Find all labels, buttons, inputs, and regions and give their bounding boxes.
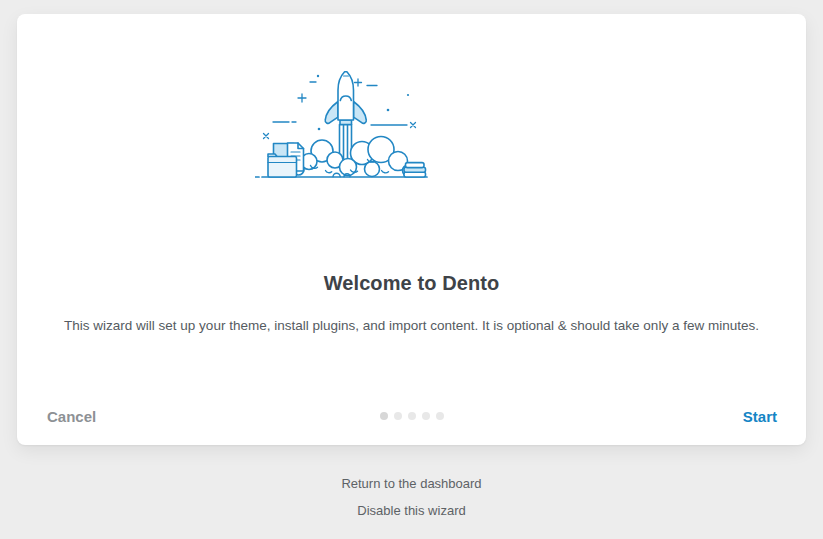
disable-wizard-link[interactable]: Disable this wizard bbox=[357, 503, 465, 518]
wizard-description: This wizard will set up your theme, inst… bbox=[17, 318, 806, 333]
coin-stack bbox=[404, 163, 426, 177]
start-button[interactable]: Start bbox=[743, 408, 777, 425]
wizard-card: Welcome to Dento This wizard will set up… bbox=[17, 14, 806, 445]
disable-wizard-link-row: Disable this wizard bbox=[0, 503, 823, 518]
step-dot bbox=[436, 412, 444, 420]
step-dot bbox=[380, 412, 388, 420]
step-dots bbox=[380, 412, 444, 420]
cancel-button[interactable]: Cancel bbox=[47, 408, 96, 425]
page-title: Welcome to Dento bbox=[17, 272, 806, 295]
wizard-footer: Cancel Start bbox=[47, 404, 777, 428]
rocket bbox=[325, 72, 366, 125]
smoke-clouds bbox=[293, 137, 414, 177]
return-to-dashboard-link[interactable]: Return to the dashboard bbox=[341, 476, 481, 491]
step-dot bbox=[394, 412, 402, 420]
rocket-launch-illustration bbox=[255, 70, 430, 180]
return-to-dashboard-link-row: Return to the dashboard bbox=[0, 476, 823, 491]
step-dot bbox=[408, 412, 416, 420]
step-dot bbox=[422, 412, 430, 420]
